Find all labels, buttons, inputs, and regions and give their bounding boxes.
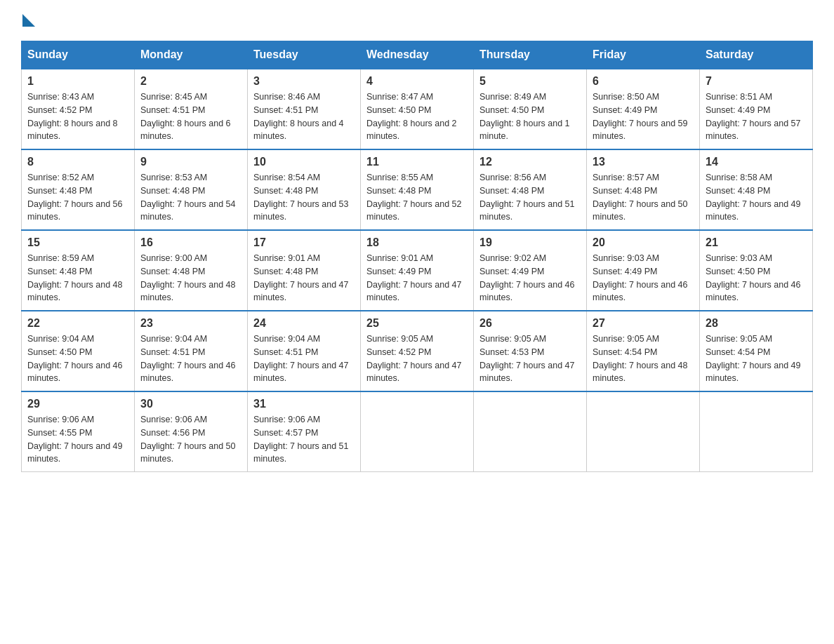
day-info: Sunrise: 8:56 AM Sunset: 4:48 PM Dayligh… xyxy=(479,171,581,224)
day-number: 9 xyxy=(140,156,241,168)
calendar-cell: 6 Sunrise: 8:50 AM Sunset: 4:49 PM Dayli… xyxy=(587,69,700,149)
calendar-cell: 8 Sunrise: 8:52 AM Sunset: 4:48 PM Dayli… xyxy=(22,149,135,230)
header-row: Sunday Monday Tuesday Wednesday Thursday… xyxy=(22,41,813,69)
day-number: 16 xyxy=(140,236,241,249)
day-info: Sunrise: 8:45 AM Sunset: 4:51 PM Dayligh… xyxy=(140,90,241,143)
day-number: 1 xyxy=(27,75,128,88)
day-info: Sunrise: 9:04 AM Sunset: 4:50 PM Dayligh… xyxy=(27,333,128,385)
day-number: 6 xyxy=(593,75,694,88)
calendar-cell: 15 Sunrise: 8:59 AM Sunset: 4:48 PM Dayl… xyxy=(22,230,135,311)
day-number: 25 xyxy=(366,317,468,330)
calendar-week-5: 29 Sunrise: 9:06 AM Sunset: 4:55 PM Dayl… xyxy=(22,391,813,472)
header-monday: Monday xyxy=(135,41,248,69)
calendar-cell: 9 Sunrise: 8:53 AM Sunset: 4:48 PM Dayli… xyxy=(135,149,248,230)
day-number: 27 xyxy=(593,317,694,330)
day-info: Sunrise: 9:06 AM Sunset: 4:57 PM Dayligh… xyxy=(253,413,355,466)
calendar-cell: 27 Sunrise: 9:05 AM Sunset: 4:54 PM Dayl… xyxy=(587,311,700,391)
day-number: 18 xyxy=(366,236,468,249)
calendar-cell: 18 Sunrise: 9:01 AM Sunset: 4:49 PM Dayl… xyxy=(361,230,474,311)
day-info: Sunrise: 9:03 AM Sunset: 4:50 PM Dayligh… xyxy=(706,252,807,304)
day-info: Sunrise: 8:59 AM Sunset: 4:48 PM Dayligh… xyxy=(27,252,128,304)
calendar-table: Sunday Monday Tuesday Wednesday Thursday… xyxy=(21,41,813,472)
day-number: 28 xyxy=(706,317,807,330)
day-info: Sunrise: 8:53 AM Sunset: 4:48 PM Dayligh… xyxy=(140,171,241,224)
day-number: 15 xyxy=(27,236,128,249)
day-number: 23 xyxy=(140,317,241,330)
header-friday: Friday xyxy=(587,41,700,69)
day-number: 19 xyxy=(479,236,581,249)
calendar-cell: 7 Sunrise: 8:51 AM Sunset: 4:49 PM Dayli… xyxy=(700,69,813,149)
calendar-cell: 21 Sunrise: 9:03 AM Sunset: 4:50 PM Dayl… xyxy=(700,230,813,311)
calendar-cell: 4 Sunrise: 8:47 AM Sunset: 4:50 PM Dayli… xyxy=(361,69,474,149)
day-number: 20 xyxy=(593,236,694,249)
day-number: 2 xyxy=(140,75,241,88)
calendar-body: 1 Sunrise: 8:43 AM Sunset: 4:52 PM Dayli… xyxy=(22,69,813,472)
calendar-cell: 31 Sunrise: 9:06 AM Sunset: 4:57 PM Dayl… xyxy=(248,391,361,472)
day-number: 8 xyxy=(27,156,128,168)
day-number: 12 xyxy=(479,156,581,168)
day-info: Sunrise: 8:58 AM Sunset: 4:48 PM Dayligh… xyxy=(706,171,807,224)
calendar-week-4: 22 Sunrise: 9:04 AM Sunset: 4:50 PM Dayl… xyxy=(22,311,813,391)
day-info: Sunrise: 9:04 AM Sunset: 4:51 PM Dayligh… xyxy=(253,333,355,385)
calendar-cell xyxy=(587,391,700,472)
logo-arrow-icon xyxy=(22,14,35,27)
day-info: Sunrise: 9:03 AM Sunset: 4:49 PM Dayligh… xyxy=(593,252,694,304)
day-number: 7 xyxy=(706,75,807,88)
calendar-cell: 11 Sunrise: 8:55 AM Sunset: 4:48 PM Dayl… xyxy=(361,149,474,230)
day-number: 13 xyxy=(593,156,694,168)
calendar-cell: 25 Sunrise: 9:05 AM Sunset: 4:52 PM Dayl… xyxy=(361,311,474,391)
calendar-cell: 28 Sunrise: 9:05 AM Sunset: 4:54 PM Dayl… xyxy=(700,311,813,391)
day-info: Sunrise: 9:06 AM Sunset: 4:56 PM Dayligh… xyxy=(140,413,241,466)
day-info: Sunrise: 8:50 AM Sunset: 4:49 PM Dayligh… xyxy=(593,90,694,143)
header-wednesday: Wednesday xyxy=(361,41,474,69)
calendar-cell: 23 Sunrise: 9:04 AM Sunset: 4:51 PM Dayl… xyxy=(135,311,248,391)
day-info: Sunrise: 8:52 AM Sunset: 4:48 PM Dayligh… xyxy=(27,171,128,224)
day-info: Sunrise: 9:05 AM Sunset: 4:54 PM Dayligh… xyxy=(593,333,694,385)
day-info: Sunrise: 9:04 AM Sunset: 4:51 PM Dayligh… xyxy=(140,333,241,385)
logo xyxy=(21,14,37,27)
day-info: Sunrise: 8:55 AM Sunset: 4:48 PM Dayligh… xyxy=(366,171,468,224)
calendar-cell: 20 Sunrise: 9:03 AM Sunset: 4:49 PM Dayl… xyxy=(587,230,700,311)
calendar-cell: 17 Sunrise: 9:01 AM Sunset: 4:48 PM Dayl… xyxy=(248,230,361,311)
day-number: 14 xyxy=(706,156,807,168)
day-number: 11 xyxy=(366,156,468,168)
calendar-cell: 14 Sunrise: 8:58 AM Sunset: 4:48 PM Dayl… xyxy=(700,149,813,230)
day-number: 10 xyxy=(253,156,355,168)
header-sunday: Sunday xyxy=(22,41,135,69)
calendar-week-3: 15 Sunrise: 8:59 AM Sunset: 4:48 PM Dayl… xyxy=(22,230,813,311)
calendar-cell: 12 Sunrise: 8:56 AM Sunset: 4:48 PM Dayl… xyxy=(474,149,587,230)
day-number: 30 xyxy=(140,398,241,410)
day-number: 31 xyxy=(253,398,355,410)
calendar-cell xyxy=(361,391,474,472)
calendar-cell: 19 Sunrise: 9:02 AM Sunset: 4:49 PM Dayl… xyxy=(474,230,587,311)
calendar-cell: 13 Sunrise: 8:57 AM Sunset: 4:48 PM Dayl… xyxy=(587,149,700,230)
calendar-cell: 24 Sunrise: 9:04 AM Sunset: 4:51 PM Dayl… xyxy=(248,311,361,391)
day-info: Sunrise: 9:02 AM Sunset: 4:49 PM Dayligh… xyxy=(479,252,581,304)
calendar-cell xyxy=(474,391,587,472)
day-number: 5 xyxy=(479,75,581,88)
calendar-cell: 16 Sunrise: 9:00 AM Sunset: 4:48 PM Dayl… xyxy=(135,230,248,311)
day-info: Sunrise: 8:49 AM Sunset: 4:50 PM Dayligh… xyxy=(479,90,581,143)
day-number: 3 xyxy=(253,75,355,88)
day-info: Sunrise: 8:54 AM Sunset: 4:48 PM Dayligh… xyxy=(253,171,355,224)
day-info: Sunrise: 9:05 AM Sunset: 4:53 PM Dayligh… xyxy=(479,333,581,385)
calendar-cell xyxy=(700,391,813,472)
day-number: 26 xyxy=(479,317,581,330)
day-info: Sunrise: 8:57 AM Sunset: 4:48 PM Dayligh… xyxy=(593,171,694,224)
calendar-cell: 5 Sunrise: 8:49 AM Sunset: 4:50 PM Dayli… xyxy=(474,69,587,149)
calendar-cell: 30 Sunrise: 9:06 AM Sunset: 4:56 PM Dayl… xyxy=(135,391,248,472)
day-info: Sunrise: 9:06 AM Sunset: 4:55 PM Dayligh… xyxy=(27,413,128,466)
day-info: Sunrise: 8:46 AM Sunset: 4:51 PM Dayligh… xyxy=(253,90,355,143)
calendar-cell: 10 Sunrise: 8:54 AM Sunset: 4:48 PM Dayl… xyxy=(248,149,361,230)
day-number: 24 xyxy=(253,317,355,330)
day-info: Sunrise: 8:51 AM Sunset: 4:49 PM Dayligh… xyxy=(706,90,807,143)
calendar-week-1: 1 Sunrise: 8:43 AM Sunset: 4:52 PM Dayli… xyxy=(22,69,813,149)
calendar-cell: 2 Sunrise: 8:45 AM Sunset: 4:51 PM Dayli… xyxy=(135,69,248,149)
calendar-week-2: 8 Sunrise: 8:52 AM Sunset: 4:48 PM Dayli… xyxy=(22,149,813,230)
day-number: 22 xyxy=(27,317,128,330)
day-info: Sunrise: 9:01 AM Sunset: 4:49 PM Dayligh… xyxy=(366,252,468,304)
calendar-cell: 22 Sunrise: 9:04 AM Sunset: 4:50 PM Dayl… xyxy=(22,311,135,391)
day-info: Sunrise: 8:43 AM Sunset: 4:52 PM Dayligh… xyxy=(27,90,128,143)
header-saturday: Saturday xyxy=(700,41,813,69)
day-number: 29 xyxy=(27,398,128,410)
